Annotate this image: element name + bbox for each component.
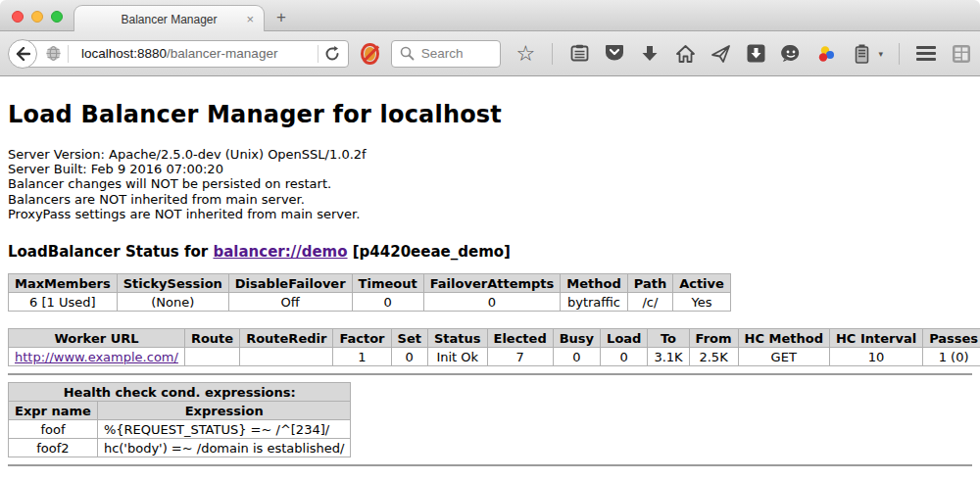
cell-route xyxy=(184,348,239,366)
cell-expression-foof2: hc('body') =~ /domain is established/ xyxy=(97,439,351,457)
worker-data-row: http://www.example.com/ 1 0 Init Ok 7 0 … xyxy=(9,348,980,366)
loadbalancer-status-heading: LoadBalancer Status for balancer://demo … xyxy=(8,243,972,261)
send-tab-button[interactable] xyxy=(710,43,731,65)
cell-expr-name-foof: foof xyxy=(9,420,98,439)
divider-rule xyxy=(8,373,972,375)
battery-icon xyxy=(855,44,869,64)
reload-button[interactable] xyxy=(324,46,348,62)
health-check-table: Health check cond. expressions: Expr nam… xyxy=(8,382,351,457)
search-icon xyxy=(400,46,415,61)
cell-routeredir xyxy=(240,348,333,366)
back-button[interactable] xyxy=(8,39,37,69)
new-tab-button[interactable]: + xyxy=(276,8,286,27)
cell-hc-interval: 10 xyxy=(829,348,922,366)
cell-path: /c/ xyxy=(627,293,672,312)
col-disablefailover: DisableFailover xyxy=(228,274,352,293)
col-route: Route xyxy=(184,329,239,348)
tab-close-icon[interactable]: × xyxy=(246,12,254,26)
proxypass-note-line: ProxyPass settings are NOT inherited fro… xyxy=(8,207,972,221)
cell-to: 3.1K xyxy=(648,348,689,366)
col-timeout: Timeout xyxy=(352,274,423,293)
inherit-note-line: Balancers are NOT inherited from main se… xyxy=(8,192,972,207)
video-download-extension-icon[interactable] xyxy=(745,43,766,65)
worker-url-link[interactable]: http://www.example.com/ xyxy=(15,350,178,364)
cell-failoverattempts: 0 xyxy=(423,293,561,312)
col-from: From xyxy=(689,329,738,348)
urlbar-divider xyxy=(68,45,69,63)
overflow-caret-icon[interactable]: ▾ xyxy=(878,49,883,59)
col-worker-url: Worker URL xyxy=(9,329,185,348)
colorful-extension-icon[interactable] xyxy=(815,43,837,65)
col-stickysession: StickySession xyxy=(117,274,228,293)
col-status: Status xyxy=(427,329,487,348)
cell-timeout: 0 xyxy=(352,293,423,312)
cell-passes: 1 (0) xyxy=(923,348,980,366)
col-busy: Busy xyxy=(553,329,600,348)
cell-set: 0 xyxy=(391,348,427,366)
col-failoverattempts: FailoverAttempts xyxy=(423,274,561,293)
colored-dots-icon xyxy=(816,44,836,64)
col-expression: Expression xyxy=(97,402,351,420)
status-suffix: [p4420eeae_demo] xyxy=(348,243,511,261)
cell-status: Init Ok xyxy=(427,348,487,366)
col-to: To xyxy=(648,329,689,348)
urlbar-divider-right xyxy=(318,45,318,63)
col-method: Method xyxy=(561,274,627,293)
cell-stickysession: (None) xyxy=(117,293,228,312)
col-passes: Passes xyxy=(923,329,980,348)
home-button[interactable] xyxy=(674,43,696,65)
balancer-demo-link[interactable]: balancer://demo xyxy=(213,243,347,261)
minimize-window-button[interactable] xyxy=(31,11,43,23)
search-bar[interactable]: Search xyxy=(391,40,502,68)
server-info: Server Version: Apache/2.5.0-dev (Unix) … xyxy=(8,147,972,221)
close-window-button[interactable] xyxy=(12,11,24,23)
window-controls xyxy=(12,11,63,23)
col-hc-interval: HC Interval xyxy=(829,329,922,348)
col-factor: Factor xyxy=(333,329,391,348)
col-path: Path xyxy=(627,274,672,293)
col-hc-method: HC Method xyxy=(738,329,829,348)
menu-icon xyxy=(916,46,936,49)
cell-disablefailover: Off xyxy=(228,293,352,312)
toolbar-divider-2 xyxy=(899,43,900,65)
cell-active: Yes xyxy=(673,293,731,312)
page-title: Load Balancer Manager for localhost xyxy=(8,76,972,128)
col-load: Load xyxy=(601,329,648,348)
smiley-icon xyxy=(781,44,801,63)
balancer-data-row: 6 [1 Used] (None) Off 0 0 bytraffic /c/ … xyxy=(9,293,731,312)
home-icon xyxy=(676,45,695,63)
cell-from: 2.5K xyxy=(689,348,738,366)
container-extension-icon[interactable] xyxy=(851,43,872,65)
emoji-extension-icon[interactable] xyxy=(780,43,802,65)
menu-button[interactable] xyxy=(915,43,937,65)
bookmark-star-button[interactable]: ☆ xyxy=(514,43,536,65)
tab-groups-button[interactable] xyxy=(951,43,972,65)
cell-method: bytraffic xyxy=(561,293,627,312)
tab-balancer-manager[interactable]: Balancer Manager × xyxy=(74,5,265,32)
navigation-toolbar: localhost:8880/balancer-manager Search xyxy=(0,31,980,76)
content-blocker-extension-icon[interactable] xyxy=(361,43,379,65)
pocket-button[interactable] xyxy=(604,43,625,65)
reading-list-button[interactable] xyxy=(568,43,590,65)
cell-maxmembers: 6 [1 Used] xyxy=(9,293,118,312)
zoom-window-button[interactable] xyxy=(51,11,63,23)
reload-icon xyxy=(324,46,340,62)
url-path: /balancer-manager xyxy=(167,46,277,61)
health-title-row: Health check cond. expressions: xyxy=(9,383,351,402)
bottom-rule xyxy=(8,464,972,466)
square-download-icon xyxy=(747,44,765,63)
cell-load: 0 xyxy=(601,348,648,366)
balancer-summary-table: MaxMembers StickySession DisableFailover… xyxy=(8,273,731,312)
server-built-line: Server Built: Feb 9 2016 07:00:20 xyxy=(8,162,972,176)
page-content: Load Balancer Manager for localhost Serv… xyxy=(0,76,980,466)
tab-title: Balancer Manager xyxy=(121,13,217,26)
url-bar[interactable]: localhost:8880/balancer-manager xyxy=(23,40,349,68)
back-arrow-icon xyxy=(15,47,30,61)
url-text[interactable]: localhost:8880/balancer-manager xyxy=(81,46,312,61)
col-maxmembers: MaxMembers xyxy=(9,274,118,293)
cell-worker-url: http://www.example.com/ xyxy=(9,348,185,366)
health-row-foof: foof %{REQUEST_STATUS} =~ /^[234]/ xyxy=(9,420,351,439)
cell-hc-method: GET xyxy=(738,348,829,366)
col-routeredir: RouteRedir xyxy=(240,329,333,348)
downloads-button[interactable] xyxy=(639,43,661,65)
